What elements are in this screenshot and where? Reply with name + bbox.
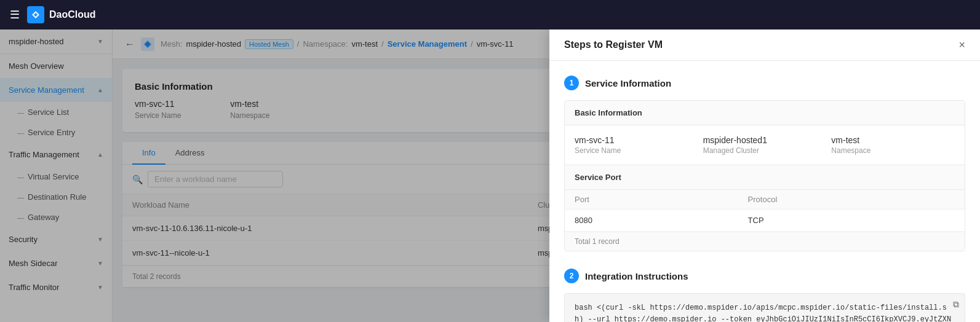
- integration-code: bash <(curl -skL https://demo.mspider.io…: [564, 293, 965, 322]
- step-2-header: 2 Integration Instructions: [564, 269, 965, 283]
- col-protocol: Protocol: [738, 190, 965, 210]
- port-value: 8080: [565, 210, 738, 232]
- step-2-section: 2 Integration Instructions bash <(curl -…: [564, 269, 965, 322]
- drawer-cluster-value: mspider-hosted1: [703, 135, 827, 145]
- col-port: Port: [565, 190, 738, 210]
- drawer-cluster-label: Managed Cluster: [703, 146, 827, 155]
- step-1-title: Service Information: [585, 78, 671, 88]
- step-2-number: 2: [564, 269, 579, 283]
- basic-info-header: Basic Information: [565, 101, 965, 125]
- top-header: ☰ DaoCloud: [0, 0, 980, 29]
- drawer-namespace-label: Namespace: [831, 146, 955, 155]
- logo-text: DaoCloud: [49, 9, 96, 20]
- protocol-value: TCP: [738, 210, 965, 232]
- close-button[interactable]: ×: [958, 39, 965, 50]
- port-footer: Total 1 record: [565, 232, 965, 251]
- service-info-box: Basic Information vm-svc-11 Service Name…: [564, 100, 965, 251]
- drawer-service-name-field: vm-svc-11 Service Name: [575, 135, 698, 155]
- drawer-title: Steps to Register VM: [564, 39, 663, 50]
- basic-info-fields: vm-svc-11 Service Name mspider-hosted1 M…: [565, 125, 965, 165]
- drawer-service-name-value: vm-svc-11: [575, 135, 698, 145]
- drawer-header: Steps to Register VM ×: [549, 29, 980, 61]
- step-1-section: 1 Service Information Basic Information …: [564, 76, 965, 251]
- step-2-title: Integration Instructions: [585, 271, 688, 281]
- drawer-cluster-field: mspider-hosted1 Managed Cluster: [703, 135, 827, 155]
- main-layout: mspider-hosted ▼ Mesh Overview Service M…: [0, 29, 980, 322]
- port-table: Port Protocol 8080 TCP: [565, 190, 965, 232]
- hamburger-icon[interactable]: ☰: [10, 8, 20, 22]
- step-1-header: 1 Service Information: [564, 76, 965, 90]
- service-port-title: Service Port: [565, 165, 965, 190]
- port-row: 8080 TCP: [565, 210, 965, 232]
- logo: DaoCloud: [27, 6, 96, 23]
- copy-icon[interactable]: ⧉: [953, 299, 959, 310]
- code-block-wrapper: bash <(curl -skL https://demo.mspider.io…: [564, 293, 965, 322]
- drawer: Steps to Register VM × 1 Service Informa…: [549, 29, 980, 322]
- logo-icon: [27, 6, 44, 23]
- drawer-namespace-field: vm-test Namespace: [831, 135, 955, 155]
- step-1-number: 1: [564, 76, 579, 90]
- drawer-namespace-value: vm-test: [831, 135, 955, 145]
- drawer-service-name-label: Service Name: [575, 146, 698, 155]
- drawer-body: 1 Service Information Basic Information …: [549, 61, 980, 322]
